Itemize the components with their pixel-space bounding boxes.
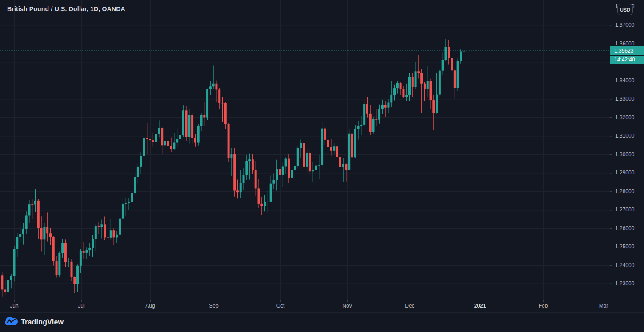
candle xyxy=(400,83,402,89)
candle xyxy=(140,156,142,167)
price-tick-label: 1.37000 xyxy=(615,22,634,28)
candle xyxy=(408,77,411,95)
candle xyxy=(378,109,380,119)
candle xyxy=(270,184,272,202)
candle xyxy=(92,239,94,248)
candle xyxy=(173,143,175,150)
candle xyxy=(188,115,190,137)
time-tick-label: Oct xyxy=(276,303,285,309)
candle xyxy=(134,177,136,193)
candle xyxy=(19,234,21,237)
price-tick-label: 1.24000 xyxy=(615,262,634,268)
tradingview-logo[interactable]: TradingView xyxy=(5,316,64,328)
candle xyxy=(197,126,200,143)
candle xyxy=(321,129,323,165)
candle xyxy=(300,143,302,148)
candle xyxy=(149,139,151,140)
candle xyxy=(252,159,254,170)
candle xyxy=(128,202,130,203)
candle xyxy=(83,251,85,253)
candle xyxy=(4,289,6,292)
candle xyxy=(291,170,293,178)
price-tick-label: 1.23000 xyxy=(615,280,634,287)
candle xyxy=(155,134,157,142)
last-price-label: 1.35623 xyxy=(610,46,644,55)
candle xyxy=(80,251,82,266)
candle xyxy=(206,89,208,117)
time-tick-label: Jul xyxy=(78,303,84,309)
candle xyxy=(224,103,227,124)
time-tick-label: Dec xyxy=(405,303,414,309)
time-tick-label: Aug xyxy=(145,303,155,309)
candle xyxy=(215,84,217,90)
symbol-legend-title[interactable]: British Pound / U.S. Dollar, 1D, OANDA xyxy=(7,5,125,12)
candle xyxy=(146,138,148,139)
candle xyxy=(194,138,196,143)
candle xyxy=(345,164,347,170)
candlestick-chart[interactable] xyxy=(0,0,644,332)
time-tick-label: Mar xyxy=(599,303,608,309)
time-tick-label: Nov xyxy=(342,303,352,309)
candle xyxy=(185,110,188,137)
candle xyxy=(58,253,60,275)
candle xyxy=(257,188,260,203)
time-tick-label: Sep xyxy=(209,303,218,309)
candle xyxy=(158,128,160,134)
candle xyxy=(324,129,326,140)
candle xyxy=(444,47,447,60)
candle xyxy=(424,84,426,89)
tradingview-cloud-icon xyxy=(5,316,18,328)
candle xyxy=(457,61,459,88)
candle xyxy=(306,153,308,167)
candle xyxy=(176,139,178,142)
candle xyxy=(137,167,139,177)
price-tick-label: 1.33000 xyxy=(615,96,634,102)
candle xyxy=(167,141,169,146)
candle xyxy=(164,141,166,145)
candle xyxy=(46,227,48,234)
candle xyxy=(100,224,103,227)
candle xyxy=(28,204,30,215)
candle xyxy=(88,248,91,250)
candle xyxy=(336,146,338,157)
price-tick-label: 1.27000 xyxy=(615,206,634,213)
candle xyxy=(243,175,245,183)
candle xyxy=(73,277,76,284)
candle xyxy=(113,230,115,237)
candle xyxy=(152,140,154,142)
candle xyxy=(122,204,124,219)
candle xyxy=(333,146,335,151)
candle xyxy=(212,84,215,87)
candle xyxy=(107,237,109,238)
candle xyxy=(366,104,368,113)
candle xyxy=(442,60,444,71)
time-axis[interactable]: JunJulAugSepOctNovDec2021FebMar xyxy=(0,300,610,313)
candle xyxy=(351,134,353,158)
candle xyxy=(436,95,438,113)
candle xyxy=(272,180,275,183)
candle xyxy=(297,148,299,166)
candle xyxy=(68,262,70,262)
candle xyxy=(143,138,145,156)
candle xyxy=(432,100,435,113)
candle xyxy=(71,262,73,277)
candle xyxy=(13,249,16,276)
candle xyxy=(245,161,248,175)
candle xyxy=(233,154,236,190)
candle xyxy=(104,224,106,237)
price-axis[interactable]: USD 1.35623 14:42:40 1.380001.370001.360… xyxy=(610,0,644,332)
candle xyxy=(267,202,269,202)
candle xyxy=(182,110,184,135)
currency-toggle-button[interactable]: USD xyxy=(617,4,633,15)
candle xyxy=(393,88,396,95)
tradingview-wordmark: TradingView xyxy=(21,318,64,326)
candle xyxy=(170,146,172,149)
candle xyxy=(381,105,384,109)
price-tick-label: 1.29000 xyxy=(615,170,634,176)
candle xyxy=(240,183,242,192)
candle xyxy=(430,81,432,100)
candle xyxy=(7,280,9,292)
candle xyxy=(49,233,52,237)
candle xyxy=(61,243,64,253)
price-tick-label: 1.25000 xyxy=(615,243,634,250)
